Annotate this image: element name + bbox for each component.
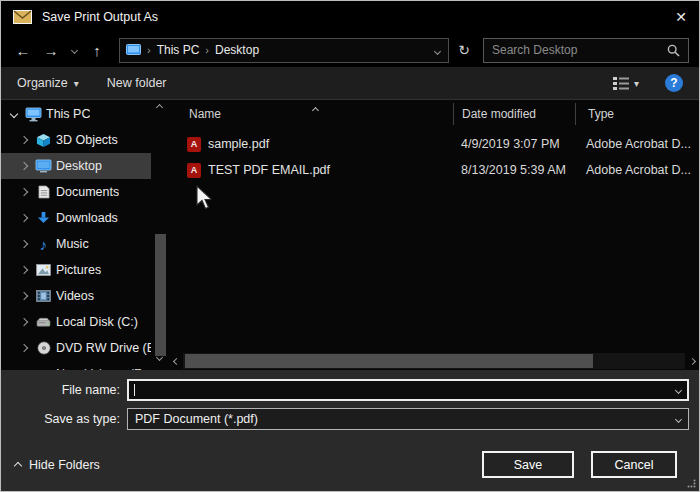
search-box[interactable] bbox=[483, 38, 689, 63]
forward-button[interactable]: → bbox=[39, 42, 63, 59]
chevron-right-icon[interactable] bbox=[17, 293, 31, 299]
sidebar-item-documents[interactable]: Documents bbox=[1, 179, 151, 205]
up-button[interactable]: ↑ bbox=[85, 42, 109, 59]
sidebar-item-videos[interactable]: Videos bbox=[1, 283, 151, 309]
command-toolbar: Organize ▾ New folder ▾ ? bbox=[1, 67, 699, 100]
title-bar: Save Print Output As ✕ bbox=[1, 1, 699, 33]
help-icon[interactable]: ? bbox=[665, 74, 683, 92]
column-header-type[interactable]: Type bbox=[576, 104, 699, 124]
dvd-drive-icon bbox=[35, 341, 52, 356]
file-type: Adobe Acrobat D... bbox=[574, 163, 699, 177]
column-label: Type bbox=[588, 107, 614, 121]
sidebar-item-label: Desktop bbox=[56, 159, 102, 173]
horizontal-scrollbar[interactable] bbox=[169, 352, 699, 370]
pdf-file-icon: A bbox=[187, 137, 201, 152]
search-icon bbox=[667, 44, 680, 57]
chevron-right-icon[interactable] bbox=[17, 189, 31, 195]
sidebar-item-this-pc[interactable]: This PC bbox=[1, 101, 151, 127]
breadcrumb-desktop[interactable]: Desktop bbox=[215, 43, 259, 57]
chevron-down-icon[interactable] bbox=[7, 111, 21, 117]
file-name-input[interactable] bbox=[135, 383, 670, 397]
sidebar-item-label: DVD RW Drive (E bbox=[56, 341, 151, 355]
view-options-caret-icon[interactable]: ▾ bbox=[634, 78, 639, 89]
breadcrumb-this-pc[interactable]: This PC bbox=[157, 43, 200, 57]
sidebar-scrollbar[interactable] bbox=[153, 102, 168, 366]
sidebar-item-3d-objects[interactable]: 3D Objects bbox=[1, 127, 151, 153]
chevron-right-icon[interactable] bbox=[17, 319, 31, 325]
resize-grip[interactable] bbox=[687, 479, 696, 488]
file-name-field-wrap bbox=[127, 379, 689, 401]
search-input[interactable] bbox=[492, 43, 667, 57]
pictures-icon bbox=[35, 263, 52, 278]
music-icon: ♪ bbox=[35, 237, 52, 252]
mouse-cursor bbox=[194, 184, 214, 212]
sidebar-item-local-disk-c[interactable]: Local Disk (C:) bbox=[1, 309, 151, 335]
file-row-test-pdf-email[interactable]: A TEST PDF EMAIL.pdf 8/13/2019 5:39 AM A… bbox=[169, 157, 699, 183]
local-disk-icon bbox=[35, 315, 52, 330]
chevron-right-icon[interactable] bbox=[17, 163, 31, 169]
chevron-up-icon bbox=[14, 462, 22, 470]
organize-label: Organize bbox=[17, 76, 68, 90]
back-button[interactable]: ← bbox=[11, 42, 35, 59]
hide-folders-button[interactable]: Hide Folders bbox=[15, 458, 100, 472]
text-cursor bbox=[134, 384, 135, 396]
file-name: sample.pdf bbox=[208, 137, 269, 151]
sidebar-item-music[interactable]: ♪ Music bbox=[1, 231, 151, 257]
chevron-down-icon bbox=[675, 415, 682, 422]
sidebar-item-pictures[interactable]: Pictures bbox=[1, 257, 151, 283]
scroll-right-icon[interactable] bbox=[685, 359, 699, 364]
cancel-button[interactable]: Cancel bbox=[591, 451, 677, 478]
crumb-separator-icon: › bbox=[205, 44, 209, 56]
column-header-name[interactable]: Name bbox=[169, 104, 453, 124]
refresh-icon[interactable]: ↻ bbox=[453, 42, 475, 58]
this-pc-icon bbox=[126, 44, 141, 56]
organize-button[interactable]: Organize ▾ bbox=[17, 76, 79, 90]
desktop-icon bbox=[35, 159, 52, 174]
organize-caret-icon: ▾ bbox=[74, 78, 79, 89]
close-icon[interactable]: ✕ bbox=[659, 9, 687, 25]
file-list: Name Date modified Type A sample.pdf bbox=[169, 100, 699, 370]
save-button[interactable]: Save bbox=[482, 451, 574, 478]
scrollbar-thumb[interactable] bbox=[185, 354, 593, 368]
chevron-right-icon[interactable] bbox=[17, 215, 31, 221]
chevron-right-icon[interactable] bbox=[17, 137, 31, 143]
sidebar-item-new-volume[interactable]: New Volume (F: bbox=[1, 361, 151, 370]
column-label: Name bbox=[189, 107, 221, 121]
file-row-sample-pdf[interactable]: A sample.pdf 4/9/2019 3:07 PM Adobe Acro… bbox=[169, 131, 699, 157]
chevron-right-icon[interactable] bbox=[17, 241, 31, 247]
chevron-right-icon[interactable] bbox=[17, 267, 31, 273]
recent-locations-dropdown[interactable] bbox=[67, 48, 81, 53]
file-date: 8/13/2019 5:39 AM bbox=[453, 163, 574, 177]
column-header-date-modified[interactable]: Date modified bbox=[454, 104, 575, 124]
scroll-left-icon[interactable] bbox=[169, 359, 183, 364]
chevron-right-icon[interactable] bbox=[17, 345, 31, 351]
sidebar-item-dvd-drive[interactable]: DVD RW Drive (E bbox=[1, 335, 151, 361]
pdf-file-icon: A bbox=[187, 163, 201, 178]
sidebar-item-label: Downloads bbox=[56, 211, 118, 225]
save-form-panel: File name: Save as type: PDF Document (*… bbox=[1, 370, 699, 444]
save-as-type-select[interactable]: PDF Document (*.pdf) bbox=[127, 408, 689, 430]
scroll-up-icon[interactable] bbox=[156, 104, 163, 111]
details-view-icon[interactable] bbox=[612, 76, 630, 91]
downloads-icon bbox=[35, 211, 52, 226]
chevron-down-icon[interactable] bbox=[675, 386, 682, 393]
sidebar-item-label: Music bbox=[56, 237, 89, 251]
window-title: Save Print Output As bbox=[42, 10, 158, 24]
file-name: TEST PDF EMAIL.pdf bbox=[208, 163, 330, 177]
new-folder-button[interactable]: New folder bbox=[107, 76, 167, 90]
file-rows: A sample.pdf 4/9/2019 3:07 PM Adobe Acro… bbox=[169, 128, 699, 370]
sidebar-item-downloads[interactable]: Downloads bbox=[1, 205, 151, 231]
scrollbar-track[interactable] bbox=[183, 353, 685, 369]
folder-tree-sidebar: This PC 3D Objects Desktop bbox=[1, 100, 169, 370]
address-dropdown-icon[interactable] bbox=[435, 43, 440, 57]
scrollbar-thumb[interactable] bbox=[155, 234, 166, 356]
address-bar[interactable]: › This PC › Desktop bbox=[119, 38, 449, 63]
hide-folders-label: Hide Folders bbox=[29, 458, 100, 472]
new-folder-label: New folder bbox=[107, 76, 167, 90]
local-disk-icon bbox=[35, 367, 52, 371]
file-date: 4/9/2019 3:07 PM bbox=[453, 137, 574, 151]
crumb-separator-icon: › bbox=[147, 44, 151, 56]
file-name-label: File name: bbox=[1, 383, 127, 397]
sidebar-item-desktop[interactable]: Desktop bbox=[1, 153, 151, 179]
save-as-type-value: PDF Document (*.pdf) bbox=[135, 412, 670, 426]
